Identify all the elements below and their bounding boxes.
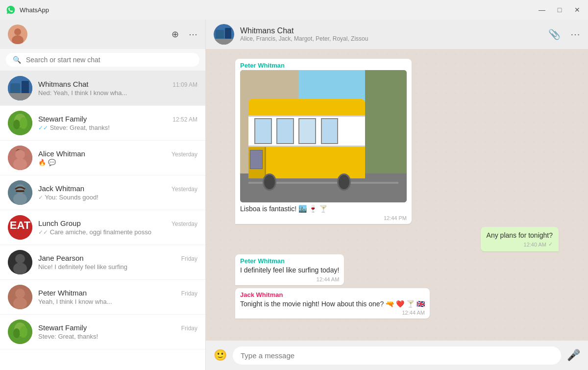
tram-scene [240,70,407,202]
attach-icon[interactable]: 📎 [548,28,561,40]
message-3: Peter Whitman I definitely feel like sur… [235,254,344,285]
close-button[interactable]: ✕ [572,6,582,14]
chat-item-whitmans[interactable]: Whitmans Chat 11:09 AM Ned: Yeah, I thin… [0,71,205,106]
msg-sender-peter: Peter Whitman [240,62,407,69]
chat-name-jack: Jack Whitman [38,184,84,193]
msg-sender-peter-2: Peter Whitman [240,257,339,265]
minimize-button[interactable]: — [537,6,547,14]
chat-info-peter: Peter Whitman Friday Yeah, I think I kno… [38,289,197,305]
chat-time-stewart2: Friday [181,325,197,332]
titlebar: WhatsApp — □ ✕ [0,0,588,20]
chat-preview-stewart2: Steve: Great, thanks! [38,333,197,340]
tram-window-4 [321,118,339,144]
msg-meta-2: 12:40 AM ✓ [487,241,553,247]
chat-name-lunch: Lunch Group [38,219,81,227]
maximize-button[interactable]: □ [555,6,564,14]
messages-area: Peter Whitman [206,49,588,341]
msg-meta-1: 12:44 PM [240,215,407,221]
svg-rect-17 [16,190,24,192]
my-avatar[interactable] [8,25,27,44]
msg-text-3: I definitely feel like surfing today! [240,266,339,275]
emoji-button[interactable]: 🙂 [214,349,227,362]
new-chat-button[interactable]: ⊕ [172,29,179,40]
chat-avatar-jane [8,250,32,274]
msg-text-4: Tonight is the movie night! How about th… [240,299,425,309]
chat-preview-jack: ✓ You: Sounds good! [38,194,197,201]
peter-avatar-image [8,285,32,309]
mic-button[interactable]: 🎤 [567,349,580,362]
window-controls: — □ ✕ [537,6,582,14]
sent-check-icon: ✓ [548,241,553,247]
jane-avatar-image [8,250,32,274]
stewart2-avatar-image [8,320,32,344]
chat-info-whitmans: Whitmans Chat 11:09 AM Ned: Yeah, I thin… [38,80,197,97]
chat-header-name: Whitmans Chat [240,26,542,35]
chat-item-stewart[interactable]: Stewart Family 12:52 AM ✓✓ Steve: Great,… [0,106,205,141]
single-check-icon: ✓ [38,194,43,201]
chat-time-alice: Yesterday [172,151,197,158]
header-menu-icon[interactable]: ⋯ [570,28,580,40]
chat-avatar-lunch: EAT [8,215,32,240]
chat-info-jane: Jane Pearson Friday Nice! I definitely f… [38,254,197,271]
chat-avatar-stewart [8,111,32,135]
chat-item-alice[interactable]: Alice Whitman Yesterday 🔥 💬 [0,141,205,175]
app-container: ⊕ ⋯ 🔍 [0,20,588,370]
chat-time-stewart: 12:52 AM [172,116,197,123]
menu-button[interactable]: ⋯ [189,29,197,40]
search-icon: 🔍 [13,56,21,64]
svg-rect-33 [214,39,234,45]
chat-preview-stewart: ✓✓ Steve: Great, thanks! [38,124,197,131]
chat-list: Whitmans Chat 11:09 AM Ned: Yeah, I thin… [0,71,205,370]
chat-preview-lunch: ✓✓ Care amiche, oggi finalmente posso [38,228,197,236]
chat-time-jane: Friday [181,255,197,262]
tram-front [248,147,266,179]
svg-point-13 [13,158,27,170]
chat-info-jack: Jack Whitman Yesterday ✓ You: Sounds goo… [38,184,197,201]
msg-text-2: Any plans for tonight? [487,231,553,241]
chat-avatar-alice [8,146,32,170]
chat-name-alice: Alice Whitman [38,149,85,158]
chat-item-stewart2[interactable]: Stewart Family Friday Steve: Great, than… [0,315,205,349]
tram-wheel-left [263,173,277,191]
stewart-avatar-image [8,111,32,135]
chat-time-peter: Friday [181,290,197,297]
chat-info-alice: Alice Whitman Yesterday 🔥 💬 [38,149,197,166]
message-input[interactable] [233,346,561,365]
chat-preview-peter: Yeah, I think I know wha... [38,298,197,305]
input-area: 🙂 🎤 [206,341,588,370]
chat-name-stewart2: Stewart Family [38,323,87,332]
avatar-image [8,25,27,44]
chat-header-actions: 📎 ⋯ [548,28,580,40]
svg-point-21 [15,254,25,264]
chat-item-lunch[interactable]: EAT Lunch Group Yesterday ✓✓ Care amiche… [0,210,205,245]
double-check-icon: ✓✓ [38,124,48,131]
chat-header-info: Whitmans Chat Alice, Francis, Jack, Marg… [240,26,542,42]
left-panel: ⊕ ⋯ 🔍 [0,20,206,370]
group-avatar [214,24,234,45]
svg-point-12 [15,149,25,159]
chat-name-peter: Peter Whitman [38,289,87,297]
group-avatar-image [214,24,234,45]
message-1: Peter Whitman [235,59,412,224]
search-bar: 🔍 [0,49,205,71]
chat-top-stewart2: Stewart Family Friday [38,323,197,332]
chat-item-peter[interactable]: Peter Whitman Friday Yeah, I think I kno… [0,280,205,315]
chat-info-stewart: Stewart Family 12:52 AM ✓✓ Steve: Great,… [38,115,197,131]
chat-item-jane[interactable]: Jane Pearson Friday Nice! I definitely f… [0,245,205,280]
titlebar-left: WhatsApp [6,5,49,15]
chat-name-stewart: Stewart Family [38,115,87,123]
chat-top-stewart: Stewart Family 12:52 AM [38,115,197,123]
chat-avatar-peter [8,285,32,309]
svg-point-29 [20,326,27,338]
whatsapp-logo-icon [6,5,16,15]
svg-point-22 [13,263,27,274]
chat-info-lunch: Lunch Group Yesterday ✓✓ Care amiche, og… [38,219,197,236]
chat-time-whitmans: 11:09 AM [172,81,197,88]
chat-info-stewart2: Stewart Family Friday Steve: Great, than… [38,323,197,340]
chat-item-jack[interactable]: Jack Whitman Yesterday ✓ You: Sounds goo… [0,175,205,210]
chat-preview-jane: Nice! I definitely feel like surfing [38,263,197,271]
search-input[interactable] [26,56,193,64]
msg-time-2: 12:40 AM [524,242,546,247]
svg-rect-31 [216,30,224,40]
svg-point-15 [15,184,25,194]
